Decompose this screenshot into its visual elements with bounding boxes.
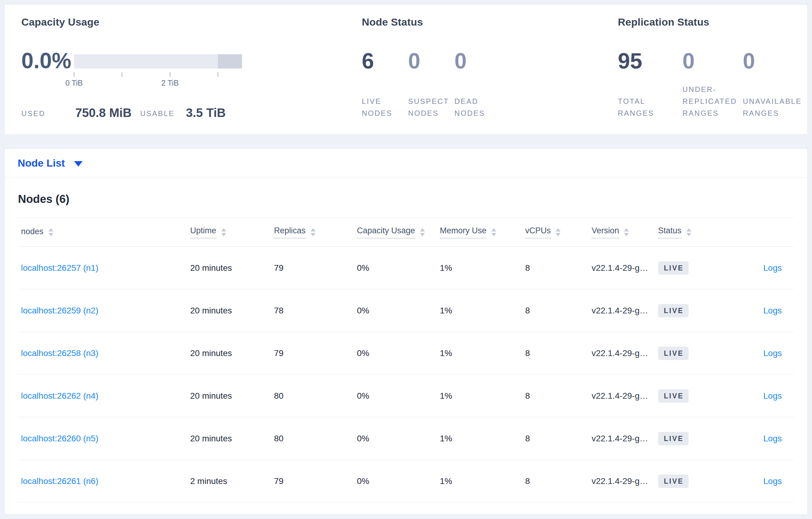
table-row: localhost:26262 (n4)20 minutes800%1%8v22… (18, 375, 794, 417)
capacity-axis-tick (122, 72, 122, 77)
table-row: localhost:26261 (n6)2 minutes790%1%8v22.… (18, 460, 794, 502)
stat-value-under-replicated-ranges: 0 (683, 49, 743, 73)
stat-label-total-ranges: TOTAL RANGES (618, 95, 683, 119)
stat-label-unavailable-ranges: UNAVAILABLE RANGES (743, 95, 812, 119)
column-header-replicas[interactable]: Replicas (271, 226, 354, 239)
logs-cell: Logs (731, 391, 794, 401)
column-header-nodes[interactable]: nodes (18, 227, 187, 238)
used-value: 750.8 MiB (75, 106, 132, 120)
logs-link[interactable]: Logs (763, 306, 782, 315)
sort-up-arrow (624, 228, 629, 232)
logs-cell: Logs (731, 476, 794, 486)
nodes-table-heading: Nodes (6) (18, 192, 794, 206)
column-header-memory-use[interactable]: Memory Use (437, 226, 522, 239)
capacity-usage-cell: 0% (354, 476, 437, 486)
status-live-badge: LIVE (658, 304, 689, 317)
memory-use-cell: 1% (437, 348, 522, 358)
stat-under-replicated-ranges: 0UNDER-REPLICATED RANGES (683, 49, 743, 119)
column-header-version[interactable]: Version (588, 226, 655, 239)
sort-up-arrow (420, 228, 425, 232)
vcpus-cell: 8 (522, 263, 588, 273)
column-header-label: nodes (21, 227, 44, 238)
usable-label: USABLE (140, 109, 175, 118)
node-cell: localhost:26261 (n6) (18, 476, 187, 486)
node-cell: localhost:26258 (n3) (18, 348, 187, 358)
stat-value-total-ranges: 95 (618, 49, 683, 73)
replicas-cell: 79 (271, 476, 354, 486)
status-cell: LIVE (655, 261, 731, 275)
nodes-table-header-row: nodesUptimeReplicasCapacity UsageMemory … (18, 217, 794, 247)
node-link[interactable]: localhost:26257 (n1) (21, 263, 98, 273)
logs-link[interactable]: Logs (763, 348, 782, 358)
version-cell: v22.1.4-29-g… (588, 476, 655, 486)
replication-status-title: Replication Status (618, 16, 709, 28)
uptime-cell: 20 minutes (187, 434, 271, 444)
capacity-usage-title: Capacity Usage (21, 16, 99, 28)
node-link[interactable]: localhost:26262 (n4) (21, 391, 98, 400)
status-cell: LIVE (655, 475, 731, 488)
column-header-label: Version (591, 226, 619, 239)
version-cell: v22.1.4-29-g… (588, 434, 655, 444)
column-header-label: Uptime (190, 226, 216, 239)
sort-up-arrow (49, 228, 53, 232)
column-header-label: Capacity Usage (357, 226, 415, 239)
column-header-label: Replicas (274, 226, 306, 239)
sort-up-arrow (311, 228, 316, 232)
replicas-cell: 79 (271, 263, 354, 273)
capacity-axis-tick (74, 72, 75, 77)
node-list-dropdown[interactable]: Node List (18, 157, 83, 169)
memory-use-cell: 1% (437, 476, 522, 486)
replicas-cell: 80 (271, 434, 354, 444)
logs-link[interactable]: Logs (763, 263, 782, 273)
cluster-overview-page: { "capacity_usage": { "title": "Capacity… (0, 0, 812, 519)
vcpus-cell: 8 (522, 306, 588, 315)
node-list-dropdown-label: Node List (18, 157, 65, 169)
node-link[interactable]: localhost:26259 (n2) (21, 306, 98, 315)
capacity-usage-cell: 0% (354, 391, 437, 401)
sort-icon (624, 228, 629, 236)
node-cell: localhost:26259 (n2) (18, 306, 187, 315)
column-header-label: Memory Use (440, 226, 487, 239)
status-cell: LIVE (655, 432, 731, 445)
table-row: localhost:26260 (n5)20 minutes800%1%8v22… (18, 417, 794, 460)
capacity-axis-tick (218, 72, 218, 77)
node-link[interactable]: localhost:26261 (n6) (21, 476, 98, 486)
node-link[interactable]: localhost:26260 (n5) (21, 434, 98, 443)
replicas-cell: 78 (271, 306, 354, 315)
replicas-cell: 79 (271, 348, 354, 358)
sort-icon (420, 228, 425, 236)
stat-live-nodes: 6LIVE NODES (362, 49, 408, 119)
column-header-vcpus[interactable]: vCPUs (522, 226, 588, 239)
status-live-badge: LIVE (658, 346, 689, 360)
stat-suspect-nodes: 0SUSPECT NODES (408, 49, 455, 119)
uptime-cell: 20 minutes (187, 348, 271, 358)
node-cell: localhost:26260 (n5) (18, 434, 187, 444)
column-header-capacity-usage[interactable]: Capacity Usage (354, 226, 437, 239)
node-status-section: Node Status 6LIVE NODES0SUSPECT NODES0DE… (362, 5, 593, 134)
column-header-status[interactable]: Status (655, 226, 731, 239)
status-live-badge: LIVE (658, 475, 689, 488)
column-header-label: vCPUs (525, 226, 551, 239)
sort-up-arrow (687, 228, 691, 232)
memory-use-cell: 1% (437, 306, 522, 315)
logs-link[interactable]: Logs (763, 476, 782, 486)
node-link[interactable]: localhost:26258 (n3) (21, 348, 98, 358)
sort-down-arrow (221, 233, 226, 236)
uptime-cell: 20 minutes (187, 306, 271, 315)
sort-down-arrow (687, 233, 691, 236)
uptime-cell: 20 minutes (187, 263, 271, 273)
version-cell: v22.1.4-29-g… (588, 263, 655, 273)
vcpus-cell: 8 (522, 391, 588, 401)
status-cell: LIVE (655, 389, 731, 403)
logs-link[interactable]: Logs (763, 391, 782, 400)
view-selector-bar: Node List (5, 149, 807, 178)
sort-up-arrow (491, 228, 496, 232)
column-header-uptime[interactable]: Uptime (187, 226, 271, 239)
sort-down-arrow (420, 233, 425, 236)
stat-value-unavailable-ranges: 0 (743, 49, 812, 73)
table-row: localhost:26257 (n1)20 minutes790%1%8v22… (18, 247, 794, 289)
stat-dead-nodes: 0DEAD NODES (455, 49, 506, 119)
capacity-axis-tick-label: 2 TiB (161, 79, 179, 87)
logs-link[interactable]: Logs (763, 434, 782, 443)
sort-up-arrow (221, 228, 226, 232)
